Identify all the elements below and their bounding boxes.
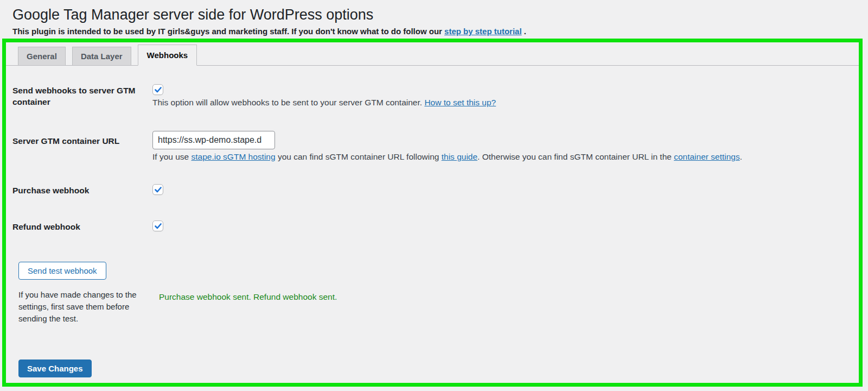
tab-general[interactable]: General: [18, 47, 66, 66]
webhooks-settings-form: Send webhooks to server GTM container Th…: [6, 84, 859, 232]
settings-tabs: General Data Layer Webhooks: [6, 45, 859, 66]
container-url-label: Server GTM container URL: [12, 131, 152, 147]
url-desc-text-1: If you use: [152, 152, 192, 161]
refund-webhook-field: [152, 220, 852, 231]
container-url-input[interactable]: [152, 131, 275, 149]
send-webhooks-row: Send webhooks to server GTM container Th…: [12, 84, 852, 108]
test-note-row: If you have made changes to the settings…: [12, 289, 852, 325]
purchase-webhook-label: Purchase webhook: [12, 184, 152, 196]
refund-webhook-checkbox[interactable]: [152, 220, 163, 231]
checkmark-icon: [155, 223, 162, 229]
highlight-annotation-box: General Data Layer Webhooks Send webhook…: [2, 39, 863, 387]
page-subtitle: This plugin is intended to be used by IT…: [12, 27, 868, 36]
step-by-step-tutorial-link[interactable]: step by step tutorial: [444, 27, 522, 36]
url-desc-text-2: you can find sGTM container URL followin…: [276, 152, 442, 161]
send-webhooks-label: Send webhooks to server GTM container: [12, 84, 152, 108]
tab-data-layer[interactable]: Data Layer: [72, 47, 131, 66]
send-webhooks-checkbox[interactable]: [152, 84, 163, 95]
refund-webhook-row: Refund webhook: [12, 220, 852, 232]
purchase-webhook-field: [152, 184, 852, 195]
subtitle-text: This plugin is intended to be used by IT…: [12, 27, 444, 36]
refund-webhook-label: Refund webhook: [12, 220, 152, 232]
container-settings-link[interactable]: container settings: [674, 152, 740, 161]
container-url-description: If you use stape.io sGTM hosting you can…: [152, 151, 852, 162]
test-note-text: If you have made changes to the settings…: [18, 289, 154, 325]
how-to-set-up-link[interactable]: How to set this up?: [424, 98, 496, 107]
send-webhooks-description: This option will allow webhooks to be se…: [152, 97, 852, 108]
url-desc-text-4: .: [740, 152, 742, 161]
page-header: Google Tag Manager server side for WordP…: [0, 0, 868, 36]
purchase-webhook-row: Purchase webhook: [12, 184, 852, 196]
url-desc-text-3: . Otherwise you can find sGTM container …: [477, 152, 674, 161]
container-url-field: If you use stape.io sGTM hosting you can…: [152, 131, 852, 162]
checkmark-icon: [155, 87, 162, 93]
send-test-webhook-button[interactable]: Send test webhook: [18, 262, 106, 280]
page-title: Google Tag Manager server side for WordP…: [12, 5, 868, 24]
stape-hosting-link[interactable]: stape.io sGTM hosting: [192, 152, 276, 161]
send-webhooks-field: This option will allow webhooks to be se…: [152, 84, 852, 108]
status-field: Purchase webhook sent. Refund webhook se…: [154, 289, 852, 302]
checkmark-icon: [155, 187, 162, 193]
subtitle-text-after: .: [522, 27, 526, 36]
send-webhooks-desc-text: This option will allow webhooks to be se…: [152, 98, 424, 107]
this-guide-link[interactable]: this guide: [442, 152, 477, 161]
tab-webhooks[interactable]: Webhooks: [138, 45, 197, 66]
save-changes-button[interactable]: Save Changes: [18, 360, 92, 377]
purchase-webhook-checkbox[interactable]: [152, 184, 163, 195]
container-url-row: Server GTM container URL If you use stap…: [12, 131, 852, 162]
webhook-status-message: Purchase webhook sent. Refund webhook se…: [154, 289, 852, 302]
